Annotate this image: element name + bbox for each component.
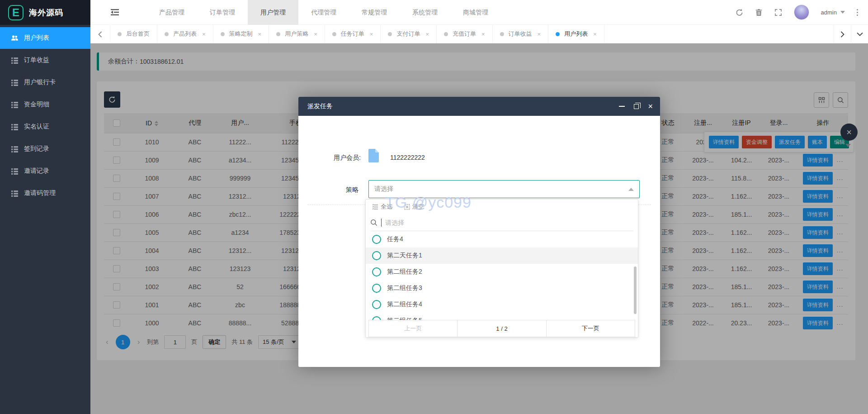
dropdown-next-page[interactable]: 下一页 [546,320,635,337]
topnav-item[interactable]: 订单管理 [197,0,248,25]
tab-dot-icon [276,32,280,36]
tab[interactable]: 订单收益 × [493,25,549,43]
dropdown-tools: 全选 清空 [366,200,638,214]
sidebar-item[interactable]: 签到记录 [0,138,90,160]
tab-label: 策略定制 [229,30,253,38]
tabbar-actions [834,25,868,43]
option-label: 第二组任务5 [387,317,422,320]
sidebar-item-label: 邀请码管理 [24,189,56,197]
file-icon[interactable] [368,149,379,162]
sidebar-item[interactable]: 用户列表 [0,27,90,49]
topnav-item[interactable]: 产品管理 [146,0,197,25]
more-options-icon[interactable] [857,9,858,16]
radio-icon[interactable] [372,251,381,260]
tab-close-icon[interactable]: × [481,31,485,37]
app-logo[interactable]: E 海外源码 [0,0,90,25]
dropdown-pager: 上一页 1 / 2 下一页 [368,320,635,337]
scrollbar-thumb[interactable] [634,266,637,314]
avatar[interactable] [794,5,809,20]
search-icon [370,219,377,226]
chevron-up-icon [628,188,634,191]
dropdown-option[interactable]: 第二组任务2 [366,264,638,280]
dropdown-search[interactable] [370,214,633,231]
list-icon [11,190,19,197]
topnav-item[interactable]: 常规管理 [349,0,400,25]
tab[interactable]: 策略定制 × [213,25,269,43]
sidebar-item[interactable]: 邀请码管理 [0,182,90,204]
list-icon [11,167,19,175]
list-icon [11,57,19,64]
sidebar-menu: 用户列表 订单收益 用户银行卡 [0,25,90,204]
tab-dot-icon [118,32,122,36]
collapse-menu-icon[interactable] [101,0,128,25]
tab-label: 支付订单 [396,30,420,38]
maximize-icon[interactable] [634,104,639,109]
dropdown-option[interactable]: 第二天任务1 [366,247,638,264]
modal-header[interactable]: 派发任务 × [298,97,660,116]
tabs-scroll-left-icon[interactable] [90,25,110,43]
radio-icon[interactable] [372,267,381,276]
topnav-item[interactable]: 系统管理 [400,0,450,25]
dropdown-option[interactable]: 第二组任务4 [366,296,638,313]
username: admin [821,9,837,16]
dropdown-option[interactable]: 第二组任务3 [366,280,638,296]
dropdown-prev-page[interactable]: 上一页 [368,320,458,337]
logo-icon: E [8,5,24,20]
tab-close-icon[interactable]: × [202,31,206,37]
trash-icon[interactable] [755,9,763,16]
tab[interactable]: 用户策略 × [269,25,325,43]
user-menu[interactable]: admin [821,9,845,16]
tab[interactable]: 支付订单 × [381,25,437,43]
sidebar-item[interactable]: 实名认证 [0,116,90,138]
list-icon [11,101,19,109]
dropdown-option[interactable]: 任务4 [366,231,638,247]
tab[interactable]: 任务订单 × [325,25,381,43]
radio-icon[interactable] [372,300,381,309]
topnav-item[interactable]: 代理管理 [298,0,349,25]
strategy-dropdown: 全选 清空 任务4 [365,199,638,338]
close-icon[interactable]: × [648,102,653,110]
radio-icon[interactable] [372,284,381,293]
clear-option[interactable]: 清空 [404,203,424,211]
sidebar-item[interactable]: 邀请记录 [0,160,90,182]
sidebar-item-label: 用户列表 [24,34,49,42]
tabs-menu-icon[interactable] [851,25,868,43]
tab-label: 产品列表 [173,30,197,38]
tab[interactable]: 充值订单 × [437,25,493,43]
minimize-icon[interactable] [619,106,625,107]
dropdown-options: 任务4 第二天任务1 第二组任务2 第二组任务3 [366,231,638,320]
tab[interactable]: 产品列表 × [157,25,213,43]
fullscreen-icon[interactable] [774,9,782,16]
radio-icon[interactable] [372,316,381,320]
clear-label: 清空 [412,203,424,211]
topnav-item[interactable]: 商城管理 [450,0,501,25]
tabs-scroll-right-icon[interactable] [834,25,851,43]
tab-close-icon[interactable]: × [593,31,597,37]
tab-close-icon[interactable]: × [370,31,373,37]
topnav-item[interactable]: 用户管理 [248,0,298,25]
refresh-icon[interactable] [736,9,743,16]
sidebar-item[interactable]: 用户银行卡 [0,71,90,93]
tab-close-icon[interactable]: × [425,31,429,37]
modal-controls: × [619,102,653,110]
tab-close-icon[interactable]: × [258,31,262,37]
sidebar-item[interactable]: 资金明细 [0,94,90,115]
tab-dot-icon [221,32,225,36]
sidebar-item[interactable]: 订单收益 [0,49,90,71]
tab-close-icon[interactable]: × [314,31,317,37]
radio-icon[interactable] [372,235,381,244]
tabbar: 后台首页 产品列表 × 策略定制 × 用户策略 × [90,25,868,43]
sidebar: E 海外源码 用户列表 订单收益 [0,0,90,414]
tab-close-icon[interactable]: × [538,31,541,37]
select-all-option[interactable]: 全选 [372,203,392,211]
tab[interactable]: 用户列表 × [548,25,604,43]
select-all-label: 全选 [381,203,392,211]
dropdown-option[interactable]: 第二组任务5 [366,313,638,320]
tab[interactable]: 后台首页 [110,25,157,43]
modal-body: 用户会员: 1122222222 策略 请选择 全选 清空 [298,116,660,367]
sidebar-item-label: 邀请记录 [24,167,49,175]
users-icon [11,34,19,42]
strategy-select[interactable]: 请选择 [368,180,640,198]
list-icon [11,79,19,86]
dropdown-search-input[interactable] [385,219,602,226]
